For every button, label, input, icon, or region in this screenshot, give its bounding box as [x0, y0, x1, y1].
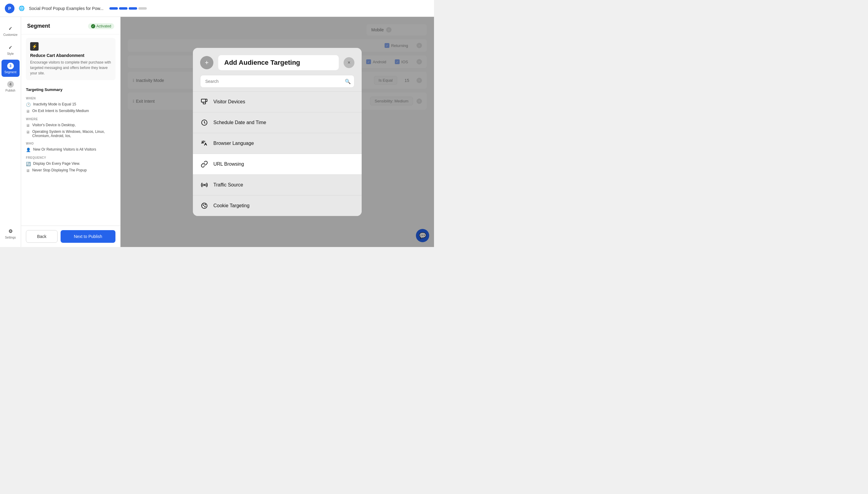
url-browsing-label: URL Browsing — [214, 162, 244, 167]
summary-item-freq1: 🔄 Display On Every Page View. — [26, 160, 115, 167]
refresh-icon: 🔄 — [26, 162, 31, 166]
sidebar-item-settings[interactable]: ⚙ Settings — [1, 224, 20, 242]
sidebar-label-segment: Segment — [4, 71, 16, 74]
summary-item-who: 👤 New Or Returning Visitors is All Visit… — [26, 146, 115, 153]
step-1 — [109, 7, 118, 10]
modal-plus-button[interactable]: + — [200, 56, 214, 69]
step-4 — [138, 7, 147, 10]
sidebar-item-publish[interactable]: 4 Publish — [1, 78, 20, 95]
browser-language-label: Browser Language — [214, 141, 254, 146]
summary-item-os: 🖥 Operating System is Windows, Macos, Li… — [26, 129, 115, 139]
frequency-label: FREQUENCY — [26, 156, 115, 159]
cookie-icon — [200, 202, 208, 210]
checkmark-icon: ✓ — [7, 25, 14, 32]
list-item-traffic-source[interactable]: Traffic Source — [193, 174, 362, 195]
modal-title: Add Audience Targeting — [224, 59, 300, 66]
list-item-url-browsing[interactable]: URL Browsing — [193, 154, 362, 174]
next-to-publish-button[interactable]: Next to Publish — [60, 230, 115, 243]
desktop-icon — [200, 98, 208, 106]
step-2 — [119, 7, 128, 10]
topbar: P 🌐 Social Proof Popup Examples for Pow.… — [0, 0, 434, 17]
add-audience-modal: + Add Audience Targeting × 🔍 — [193, 48, 362, 216]
panel-title: Segment — [27, 23, 50, 29]
progress-steps — [109, 7, 147, 10]
globe-icon: 🌐 — [18, 5, 25, 12]
activated-badge: Activated — [88, 23, 114, 29]
step-3 — [129, 7, 137, 10]
schedule-label: Schedule Date and Time — [214, 120, 266, 125]
when-label: WHEN — [26, 97, 115, 100]
targeting-summary-title: Targeting Summary — [21, 84, 120, 94]
campaign-card: ⚡ Reduce Cart Abandonment Encourage visi… — [26, 38, 115, 80]
action-bar: Back Next to Publish — [21, 226, 120, 247]
publish-number: 4 — [7, 81, 14, 88]
clock-icon: 🕐 — [26, 102, 31, 107]
app-title: Social Proof Popup Examples for Pow... — [29, 6, 104, 11]
svg-rect-1 — [203, 102, 206, 104]
main-content: Mobile × ✓ Returning × ✓ Windows ✓ — [121, 17, 434, 247]
translate-icon — [200, 139, 208, 148]
list-item-browser-language[interactable]: Browser Language — [193, 133, 362, 154]
where-label: WHERE — [26, 117, 115, 121]
modal-header: + Add Audience Targeting × — [193, 48, 362, 75]
list-item-cookie-targeting[interactable]: Cookie Targeting — [193, 195, 362, 216]
traffic-source-label: Traffic Source — [214, 182, 243, 188]
main-layout: ✓ Customize ✓ Style 3 Segment 4 Publish … — [0, 17, 434, 247]
close-icon: × — [348, 60, 350, 65]
app-logo[interactable]: P — [5, 4, 15, 13]
stop-icon: 🖥 — [26, 168, 30, 173]
clock-icon — [200, 118, 208, 127]
svg-point-7 — [205, 206, 205, 207]
svg-point-4 — [204, 184, 205, 186]
svg-point-8 — [205, 204, 206, 205]
lightning-icon: ⚡ — [30, 42, 39, 51]
person-icon: 👤 — [26, 148, 31, 152]
sidebar-label-publish: Publish — [5, 89, 15, 92]
plus-icon: + — [205, 59, 209, 66]
summary-section: WHEN 🕐 Inactivity Mode is Equal 15 🖥 On … — [21, 94, 120, 174]
summary-item-inactivity: 🕐 Inactivity Mode is Equal 15 — [26, 101, 115, 108]
device-icon: 🖥 — [26, 123, 30, 128]
link-icon — [200, 160, 208, 168]
back-button[interactable]: Back — [26, 230, 58, 243]
visitor-devices-label: Visitor Devices — [214, 99, 245, 104]
signal-icon — [200, 181, 208, 189]
checkmark-icon-2: ✓ — [7, 44, 14, 51]
left-panel: Segment Activated ⚡ Reduce Cart Abandonm… — [21, 17, 121, 247]
campaign-description: Encourage visitors to complete their pur… — [30, 60, 111, 76]
summary-item-device: 🖥 Visitor's Device is Desktop, — [26, 122, 115, 129]
sidebar-item-style[interactable]: ✓ Style — [1, 41, 20, 58]
sidebar-label-settings: Settings — [5, 236, 16, 239]
modal-list: Visitor Devices Schedule Date and Time — [193, 91, 362, 216]
gear-icon: ⚙ — [7, 227, 14, 235]
svg-point-6 — [203, 205, 204, 205]
modal-title-box: Add Audience Targeting — [218, 55, 339, 70]
summary-item-exit: 🖥 On Exit Intent is Sensibility:Medium — [26, 108, 115, 114]
sidebar-label-customize: Customize — [3, 33, 17, 36]
cookie-targeting-label: Cookie Targeting — [214, 203, 250, 208]
sidebar-label-style: Style — [7, 52, 14, 55]
sidebar-nav: ✓ Customize ✓ Style 3 Segment 4 Publish … — [0, 17, 21, 247]
list-item-schedule[interactable]: Schedule Date and Time — [193, 112, 362, 133]
monitor-icon: 🖥 — [26, 109, 30, 114]
list-item-visitor-devices[interactable]: Visitor Devices — [193, 91, 362, 112]
left-panel-header: Segment Activated — [21, 17, 120, 34]
os-icon: 🖥 — [26, 130, 30, 134]
search-icon: 🔍 — [345, 79, 351, 84]
summary-item-freq2: 🖥 Never Stop Displaying The Popup — [26, 167, 115, 174]
segment-number: 3 — [7, 63, 14, 69]
search-input[interactable] — [200, 75, 354, 88]
svg-rect-0 — [201, 99, 206, 102]
sidebar-item-customize[interactable]: ✓ Customize — [1, 22, 20, 39]
modal-overlay[interactable]: + Add Audience Targeting × 🔍 — [121, 17, 434, 247]
modal-search: 🔍 — [200, 75, 354, 88]
modal-close-button[interactable]: × — [344, 57, 354, 68]
campaign-title: Reduce Cart Abandonment — [30, 53, 111, 58]
sidebar-item-segment[interactable]: 3 Segment — [1, 60, 20, 77]
who-label: WHO — [26, 142, 115, 145]
